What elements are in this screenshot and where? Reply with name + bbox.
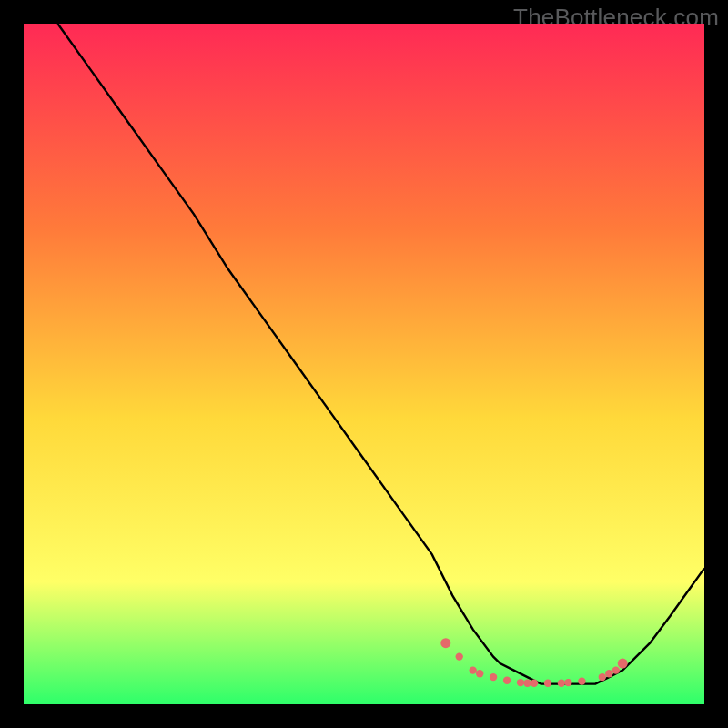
highlight-dot	[599, 673, 606, 681]
highlight-dot	[612, 666, 620, 673]
highlight-dot	[440, 638, 450, 648]
highlight-dot	[558, 680, 565, 687]
plot-area	[24, 24, 704, 704]
highlight-dot	[531, 680, 538, 687]
highlight-dot	[618, 659, 628, 669]
highlight-dot	[476, 670, 483, 677]
highlight-dot	[517, 679, 524, 686]
highlight-dot	[456, 652, 463, 660]
highlight-dot	[470, 666, 477, 673]
chart-frame: TheBottleneck.com	[0, 0, 728, 728]
highlight-dot	[564, 679, 571, 686]
highlight-dot	[503, 677, 511, 684]
highlight-dot	[523, 680, 531, 687]
gradient-background	[24, 24, 704, 704]
highlight-dot	[605, 670, 612, 677]
highlight-dot	[490, 673, 497, 681]
bottleneck-chart-svg	[24, 24, 704, 704]
highlight-dot	[578, 677, 585, 684]
highlight-dot	[544, 680, 551, 687]
